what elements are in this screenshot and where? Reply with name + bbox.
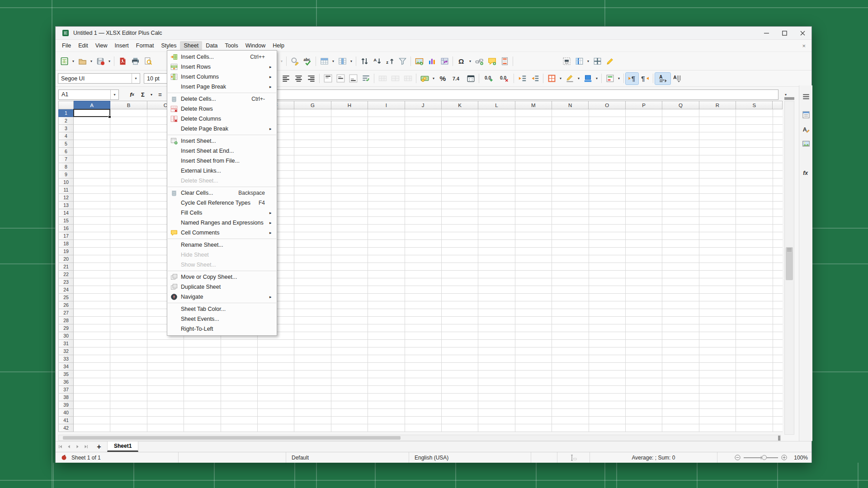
properties-icon[interactable] [800, 109, 812, 121]
menubar-item-help[interactable]: Help [269, 41, 288, 50]
row-header-16[interactable]: 16 [58, 225, 74, 232]
align-bottom-icon[interactable] [347, 73, 359, 84]
new-spreadsheet-dropdown-caret-icon[interactable]: ▾ [71, 55, 76, 67]
chevron-down-icon[interactable]: ▾ [149, 89, 154, 99]
column-header-j[interactable]: J [405, 101, 442, 109]
borders-icon[interactable] [545, 73, 558, 84]
row-header-39[interactable]: 39 [58, 401, 74, 409]
freeze-rows-and-columns-dropdown-caret-icon[interactable]: ▾ [585, 55, 591, 67]
chevron-down-icon[interactable]: ▾ [110, 90, 118, 99]
menu-item-cycle-cell-reference-types[interactable]: Cycle Cell Reference TypesF4 [167, 198, 277, 208]
menu-item-rename-sheet[interactable]: Rename Sheet... [167, 240, 277, 250]
zoom-out-icon[interactable] [735, 455, 741, 460]
styles-icon[interactable]: A [800, 123, 812, 135]
add-decimal-place-icon[interactable]: 0.0 [481, 73, 496, 84]
open-folder-dropdown-caret-icon[interactable]: ▾ [89, 55, 94, 67]
show-draw-functions-icon[interactable] [604, 55, 616, 67]
sort-icon[interactable] [358, 55, 371, 67]
menu-item-right-to-left[interactable]: Right-To-Left [167, 324, 277, 334]
row-header-17[interactable]: 17 [58, 232, 74, 240]
page-style-segment[interactable]: Default [286, 452, 409, 463]
merge-cells-icon[interactable] [389, 73, 401, 84]
special-character-dropdown-caret-icon[interactable]: ▾ [467, 55, 473, 67]
insert-hyperlink-icon[interactable] [473, 55, 486, 67]
freeze-rows-and-columns-icon[interactable] [573, 55, 585, 67]
minimize-button[interactable] [757, 27, 775, 39]
menubar-item-format[interactable]: Format [132, 41, 158, 50]
close-document-icon[interactable]: × [800, 42, 808, 49]
row-header-35[interactable]: 35 [58, 371, 74, 378]
tab-first-icon[interactable] [57, 443, 64, 451]
selection-fill-handle[interactable] [108, 115, 111, 118]
insert-image-icon[interactable] [413, 55, 425, 67]
save-dropdown-caret-icon[interactable]: ▾ [107, 55, 112, 67]
menu-item-cell-comments[interactable]: Cell Comments▸ [167, 228, 277, 238]
row-header-28[interactable]: 28 [58, 317, 74, 324]
conditional-formatting-icon[interactable] [604, 73, 616, 84]
row-header-24[interactable]: 24 [58, 286, 74, 294]
align-right-icon[interactable] [305, 73, 317, 84]
menu-item-insert-page-break[interactable]: Insert Page Break▸ [167, 82, 277, 92]
sum-icon[interactable]: Σ [138, 89, 148, 99]
functions-icon[interactable]: fx [800, 167, 812, 178]
zoom-in-icon[interactable] [781, 455, 787, 460]
font-name-combo[interactable]: Segoe UI ▾ [58, 73, 140, 84]
function-wizard-icon[interactable]: fx [127, 89, 137, 99]
zoom-slider-thumb[interactable] [762, 455, 767, 460]
row-header-10[interactable]: 10 [58, 178, 74, 186]
language-segment[interactable]: English (USA) [409, 452, 531, 463]
chevron-down-icon[interactable]: ▾ [132, 74, 140, 83]
menubar-item-view[interactable]: View [92, 41, 111, 50]
column-header-l[interactable]: L [478, 101, 515, 109]
column-dropdown-caret-icon[interactable]: ▾ [349, 55, 354, 67]
vertical-split-handle[interactable] [784, 97, 794, 100]
row-header-38[interactable]: 38 [58, 394, 74, 401]
gallery-icon[interactable] [800, 138, 812, 150]
border-style-icon[interactable] [563, 73, 576, 84]
row-header-23[interactable]: 23 [58, 278, 74, 286]
row-header-14[interactable]: 14 [58, 209, 74, 217]
row-header-5[interactable]: 5 [58, 140, 74, 148]
new-spreadsheet-icon[interactable] [58, 55, 71, 67]
row-header-15[interactable]: 15 [58, 217, 74, 225]
column-header-b[interactable]: B [110, 101, 147, 109]
menu-item-delete-columns[interactable]: Delete Columns [167, 114, 277, 124]
row-header-41[interactable]: 41 [58, 417, 74, 424]
currency-format-icon[interactable] [418, 73, 431, 84]
pivot-table-icon[interactable] [438, 55, 451, 67]
selection-mode-segment[interactable] [557, 452, 590, 463]
menu-item-named-ranges-and-expressions[interactable]: Named Ranges and Expressions▸ [167, 218, 277, 228]
font-size-combo[interactable]: 10 pt [144, 73, 168, 84]
background-color-dropdown-caret-icon[interactable]: ▾ [594, 73, 599, 84]
row-header-8[interactable]: 8 [58, 163, 74, 171]
unmerge-cells-icon[interactable] [401, 73, 414, 84]
equals-icon[interactable]: = [155, 89, 165, 99]
menu-item-sheet-tab-color[interactable]: Sheet Tab Color... [167, 304, 277, 314]
column-header-n[interactable]: N [552, 101, 589, 109]
menubar-item-file[interactable]: File [58, 41, 75, 50]
right-to-left-paragraph-icon[interactable]: ¶ [638, 73, 651, 84]
menu-item-fill-cells[interactable]: Fill Cells▸ [167, 208, 277, 218]
row-header-20[interactable]: 20 [58, 255, 74, 263]
delete-decimal-place-icon[interactable]: 0.0 [496, 73, 512, 84]
insert-chart-icon[interactable] [425, 55, 438, 67]
sort-descending-icon[interactable]: z [383, 55, 396, 67]
background-color-icon[interactable] [581, 73, 594, 84]
close-button[interactable] [793, 27, 811, 39]
split-window-icon[interactable] [591, 55, 604, 67]
row-header-9[interactable]: 9 [58, 171, 74, 178]
menu-item-move-or-copy-sheet[interactable]: Move or Copy Sheet... [167, 272, 277, 282]
menu-item-external-links[interactable]: External Links... [167, 166, 277, 176]
row-header-13[interactable]: 13 [58, 202, 74, 209]
row-header-21[interactable]: 21 [58, 263, 74, 271]
row-header-42[interactable]: 42 [58, 424, 74, 432]
row-header-40[interactable]: 40 [58, 409, 74, 417]
row-header-33[interactable]: 33 [58, 355, 74, 363]
vertical-scrollbar[interactable] [784, 101, 794, 435]
menu-item-sheet-events[interactable]: Sheet Events... [167, 314, 277, 324]
tab-next-icon[interactable] [74, 443, 81, 451]
menu-item-insert-sheet-from-file[interactable]: Insert Sheet from File... [167, 156, 277, 166]
print-area-icon[interactable] [560, 55, 573, 67]
menu-item-insert-columns[interactable]: Insert Columns▸ [167, 72, 277, 82]
row-header-29[interactable]: 29 [58, 324, 74, 332]
